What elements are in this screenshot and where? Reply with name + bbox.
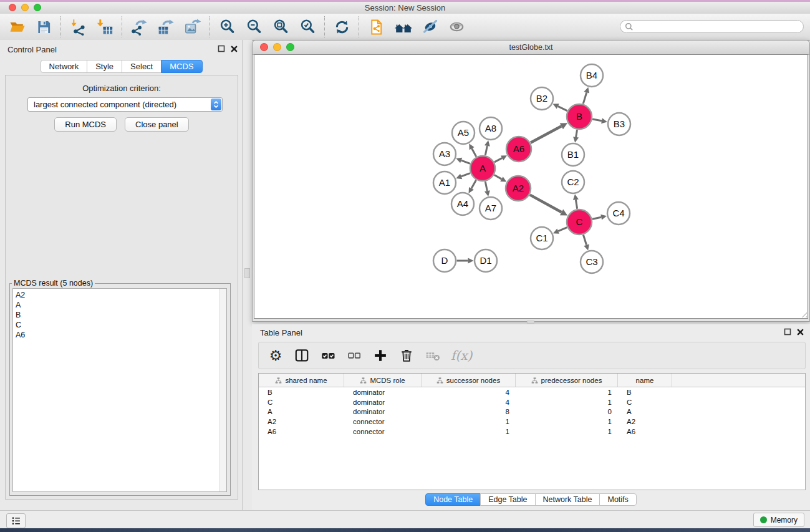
criterion-select[interactable]: largest connected component (directed) (27, 97, 223, 112)
network-graph[interactable]: B4B2BB3A8A5A6A3B1AC2A1A2A4A7C4CC1DD1C3 (254, 55, 809, 319)
node-A7[interactable]: A7 (480, 197, 502, 220)
table-row[interactable]: Cdominator41C (259, 397, 805, 407)
edge-C-C4[interactable] (592, 217, 601, 219)
node-B4[interactable]: B4 (581, 64, 603, 87)
column-header-successor-nodes[interactable]: successor nodes (422, 374, 516, 387)
edge-B-B1[interactable] (576, 130, 577, 137)
mcds-result-item[interactable]: A6 (13, 330, 226, 340)
columns-button[interactable] (294, 346, 310, 365)
open-folder-button[interactable] (4, 16, 31, 38)
edge-A-A3[interactable] (461, 160, 470, 163)
show-graphics-button[interactable] (443, 16, 470, 38)
edge-A-A1[interactable] (461, 173, 470, 177)
import-table-button[interactable] (92, 16, 118, 38)
edge-A-A6[interactable] (494, 158, 502, 162)
node-A2[interactable]: A2 (506, 176, 531, 201)
edge-A2-C[interactable] (530, 195, 562, 212)
tab-select[interactable]: Select (122, 60, 162, 73)
scrollbar-track[interactable] (219, 289, 226, 491)
export-network-button[interactable] (126, 16, 153, 38)
node-B3[interactable]: B3 (608, 113, 630, 135)
edge-B-B2[interactable] (558, 106, 567, 110)
tab-node-table[interactable]: Node Table (425, 493, 481, 506)
node-B1[interactable]: B1 (562, 143, 584, 166)
float-panel-icon[interactable] (218, 45, 225, 52)
node-B[interactable]: B (567, 104, 592, 129)
node-A4[interactable]: A4 (451, 193, 474, 215)
edge-A-A5[interactable] (472, 148, 476, 157)
export-table-button[interactable] (153, 16, 180, 38)
zoom-in-button[interactable] (214, 16, 241, 38)
import-network-button[interactable] (65, 16, 92, 38)
node-C2[interactable]: C2 (562, 171, 584, 193)
column-header-predecessor-nodes[interactable]: predecessor nodes (516, 374, 618, 387)
tab-style[interactable]: Style (87, 60, 122, 73)
edge-A-A2[interactable] (494, 175, 502, 180)
export-image-button[interactable] (180, 16, 206, 38)
gear-button[interactable]: ⚙ (268, 346, 284, 365)
select-all-button[interactable] (320, 346, 336, 365)
node-C3[interactable]: C3 (581, 251, 603, 273)
home-button[interactable] (390, 16, 417, 38)
close-table-panel-icon[interactable] (797, 329, 804, 336)
edge-C-C3[interactable] (583, 235, 586, 245)
node-table[interactable]: shared nameMCDS rolesuccessor nodesprede… (258, 373, 806, 490)
memory-button[interactable]: Memory (753, 513, 804, 527)
resize-grip-icon[interactable] (799, 309, 807, 317)
tab-network-table[interactable]: Network Table (535, 493, 600, 506)
tab-network[interactable]: Network (40, 60, 87, 73)
table-row[interactable]: Bdominator41B (259, 387, 805, 397)
trash-button[interactable] (398, 346, 415, 365)
refresh-button[interactable] (329, 16, 355, 38)
table-row[interactable]: Adominator80A (259, 407, 805, 417)
tab-motifs[interactable]: Motifs (599, 493, 636, 506)
zoom-selected-button[interactable] (294, 16, 321, 38)
network-canvas[interactable]: B4B2BB3A8A5A6A3B1AC2A1A2A4A7C4CC1DD1C3 (254, 54, 808, 319)
divider-handle[interactable] (244, 268, 250, 278)
zoom-fit-button[interactable] (268, 16, 294, 38)
mcds-result-item[interactable]: A (13, 300, 226, 310)
delete-table-button[interactable] (425, 346, 441, 365)
add-button[interactable] (372, 346, 388, 365)
split-pane-divider-horizontal[interactable] (527, 321, 534, 324)
column-header-name[interactable]: name (618, 374, 672, 387)
split-pane-divider-vertical[interactable] (243, 40, 252, 510)
node-A3[interactable]: A3 (433, 143, 456, 165)
mcds-result-list[interactable]: A2ABCA6 (12, 288, 227, 492)
run-mcds-button[interactable]: Run MCDS (54, 117, 117, 132)
edge-C-C2[interactable] (576, 200, 577, 209)
edge-B-B3[interactable] (592, 119, 602, 121)
search-box[interactable] (620, 20, 804, 33)
float-table-panel-icon[interactable] (784, 328, 791, 336)
edge-B-B4[interactable] (583, 92, 586, 104)
search-input[interactable] (636, 22, 803, 32)
tab-edge-table[interactable]: Edge Table (480, 493, 535, 506)
node-C1[interactable]: C1 (531, 227, 553, 249)
edge-A-A4[interactable] (471, 180, 476, 188)
edge-A-A7[interactable] (485, 181, 487, 191)
node-C4[interactable]: C4 (607, 202, 630, 225)
mcds-result-item[interactable]: A2 (13, 290, 226, 300)
node-D[interactable]: D (433, 249, 456, 272)
tab-mcds[interactable]: MCDS (161, 60, 202, 73)
node-A8[interactable]: A8 (480, 117, 502, 140)
task-history-button[interactable] (6, 513, 26, 528)
close-panel-button[interactable]: Close panel (125, 117, 189, 132)
mcds-result-item[interactable]: B (13, 310, 226, 320)
network-file-button[interactable] (363, 16, 390, 38)
edge-A-A8[interactable] (485, 146, 487, 155)
node-A5[interactable]: A5 (452, 122, 475, 144)
column-header-shared-name[interactable]: shared name (259, 374, 344, 387)
deselect-all-button[interactable] (346, 346, 362, 365)
zoom-out-button[interactable] (241, 16, 268, 38)
function-button[interactable]: f(x) (451, 346, 472, 365)
node-A[interactable]: A (470, 156, 495, 181)
node-D1[interactable]: D1 (475, 249, 497, 272)
node-A1[interactable]: A1 (433, 172, 456, 194)
close-panel-icon[interactable] (231, 46, 238, 52)
edge-A6-B[interactable] (531, 126, 561, 142)
edge-C-C1[interactable] (558, 228, 567, 231)
mcds-result-item[interactable]: C (13, 320, 226, 330)
table-row[interactable]: A6connector11A6 (259, 427, 805, 437)
column-header-MCDS-role[interactable]: MCDS role (344, 374, 422, 387)
